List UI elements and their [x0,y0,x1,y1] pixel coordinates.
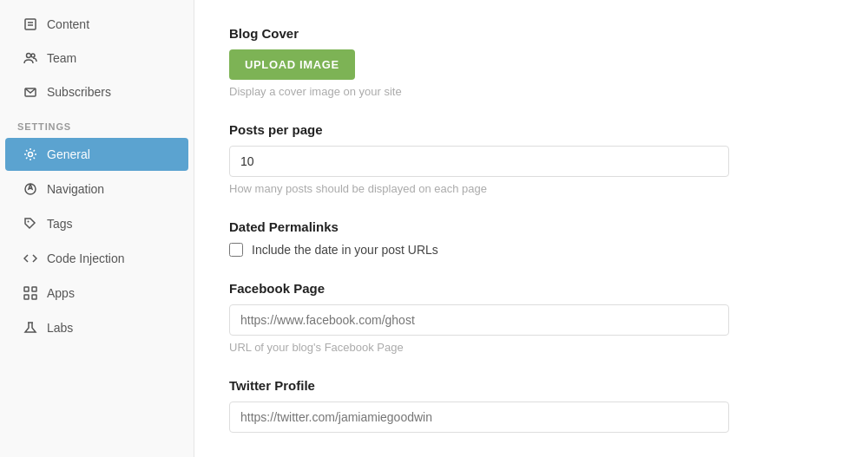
dated-permalinks-section: Dated Permalinks Include the date in you… [229,219,833,257]
svg-rect-10 [32,287,36,291]
facebook-page-input[interactable] [229,304,729,336]
sidebar-item-team[interactable]: Team [5,42,188,75]
svg-rect-0 [25,19,36,29]
blog-cover-section: Blog Cover UPLOAD IMAGE Display a cover … [229,26,833,98]
sidebar-item-code-injection[interactable]: Code Injection [5,242,188,275]
svg-rect-11 [24,295,29,299]
tags-icon [23,216,38,232]
svg-point-6 [29,153,33,157]
svg-point-3 [27,54,31,58]
content-icon [23,16,38,32]
sidebar-item-apps[interactable]: Apps [5,277,188,310]
sidebar: Content Team Subscribers [0,0,194,457]
posts-per-page-section: Posts per page How many posts should be … [229,122,833,195]
posts-per-page-wrapper [229,146,729,177]
dated-permalinks-label: Dated Permalinks [229,219,833,234]
upload-image-button[interactable]: UPLOAD IMAGE [229,49,355,80]
facebook-page-label: Facebook Page [229,281,833,296]
settings-section-label: SETTINGS [0,109,194,137]
sidebar-label-code-injection: Code Injection [47,251,125,265]
svg-point-4 [31,54,35,57]
twitter-profile-section: Twitter Profile [229,378,833,433]
sidebar-item-navigation[interactable]: Navigation [5,173,188,206]
svg-rect-9 [24,287,29,291]
sidebar-label-content: Content [47,17,89,31]
sidebar-label-team: Team [47,51,76,65]
main-content: Blog Cover UPLOAD IMAGE Display a cover … [194,0,868,457]
posts-per-page-input[interactable] [229,146,729,177]
sidebar-item-tags[interactable]: Tags [5,207,188,240]
twitter-profile-input[interactable] [229,402,729,433]
sidebar-label-tags: Tags [47,217,73,231]
code-icon [23,251,38,266]
facebook-page-section: Facebook Page URL of your blog's Faceboo… [229,281,833,354]
dated-permalinks-checkbox-row[interactable]: Include the date in your post URLs [229,243,833,257]
sidebar-label-navigation: Navigation [47,182,104,196]
sidebar-label-general: General [47,147,90,161]
sidebar-label-subscribers: Subscribers [47,85,111,99]
team-icon [23,50,38,66]
sidebar-label-apps: Apps [47,286,75,300]
subscribers-icon [23,84,38,100]
sidebar-item-general[interactable]: General [5,138,188,171]
dated-permalinks-checkbox[interactable] [229,243,243,257]
blog-cover-hint: Display a cover image on your site [229,85,833,98]
facebook-page-hint: URL of your blog's Facebook Page [229,341,833,354]
blog-cover-label: Blog Cover [229,26,833,41]
dated-permalinks-checkbox-label: Include the date in your post URLs [252,243,438,257]
sidebar-item-labs[interactable]: Labs [5,311,188,344]
posts-per-page-hint: How many posts should be displayed on ea… [229,182,833,195]
apps-icon [23,285,38,301]
sidebar-item-subscribers[interactable]: Subscribers [5,75,188,108]
sidebar-item-content[interactable]: Content [5,8,188,41]
twitter-profile-label: Twitter Profile [229,378,833,393]
posts-per-page-label: Posts per page [229,122,833,137]
gear-icon [23,147,38,162]
svg-point-8 [28,221,30,223]
labs-icon [23,320,38,336]
navigation-icon [23,181,38,197]
svg-rect-12 [32,295,36,299]
sidebar-label-labs: Labs [47,321,73,335]
